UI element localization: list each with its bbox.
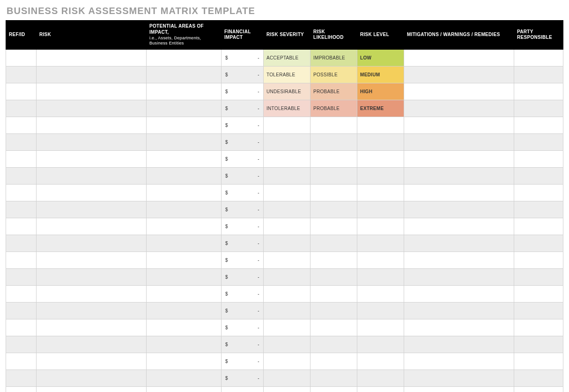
cell-severity[interactable] [264,201,310,218]
cell-impact-areas[interactable] [147,66,222,83]
cell-party-responsible[interactable] [514,370,563,386]
cell-mitigations[interactable] [404,49,514,66]
cell-financial-impact[interactable]: $- [222,386,264,392]
cell-mitigations[interactable] [404,353,514,370]
cell-ref[interactable] [6,184,37,201]
cell-level[interactable] [357,370,404,386]
cell-impact-areas[interactable] [147,285,222,302]
cell-financial-impact[interactable]: $- [222,302,264,319]
cell-mitigations[interactable] [404,235,514,251]
cell-risk[interactable] [37,133,147,150]
cell-likelihood[interactable] [310,201,357,218]
cell-risk[interactable] [37,302,147,319]
cell-risk[interactable] [37,336,147,353]
cell-risk[interactable] [37,319,147,336]
cell-impact-areas[interactable] [147,251,222,268]
cell-impact-areas[interactable] [147,336,222,353]
cell-ref[interactable] [6,235,37,251]
cell-likelihood[interactable]: PROBABLE [310,83,357,100]
cell-likelihood[interactable] [310,218,357,235]
cell-impact-areas[interactable] [147,150,222,167]
cell-impact-areas[interactable] [147,302,222,319]
cell-ref[interactable] [6,218,37,235]
cell-risk[interactable] [37,83,147,100]
cell-level[interactable]: HIGH [357,83,404,100]
cell-party-responsible[interactable] [514,100,563,117]
cell-ref[interactable] [6,370,37,386]
cell-party-responsible[interactable] [514,83,563,100]
cell-mitigations[interactable] [404,167,514,184]
cell-level[interactable] [357,319,404,336]
cell-likelihood[interactable]: IMPROBABLE [310,49,357,66]
cell-severity[interactable] [264,184,310,201]
cell-impact-areas[interactable] [147,83,222,100]
cell-level[interactable] [357,268,404,285]
cell-mitigations[interactable] [404,319,514,336]
cell-ref[interactable] [6,268,37,285]
cell-party-responsible[interactable] [514,302,563,319]
cell-impact-areas[interactable] [147,319,222,336]
cell-party-responsible[interactable] [514,218,563,235]
cell-impact-areas[interactable] [147,117,222,133]
cell-impact-areas[interactable] [147,167,222,184]
cell-ref[interactable] [6,251,37,268]
cell-risk[interactable] [37,268,147,285]
cell-party-responsible[interactable] [514,184,563,201]
cell-financial-impact[interactable]: $- [222,133,264,150]
cell-level[interactable] [357,117,404,133]
cell-party-responsible[interactable] [514,201,563,218]
cell-mitigations[interactable] [404,83,514,100]
cell-mitigations[interactable] [404,100,514,117]
cell-severity[interactable] [264,336,310,353]
cell-party-responsible[interactable] [514,353,563,370]
cell-mitigations[interactable] [404,336,514,353]
cell-severity[interactable] [264,386,310,392]
cell-impact-areas[interactable] [147,201,222,218]
cell-severity[interactable] [264,235,310,251]
cell-likelihood[interactable] [310,150,357,167]
cell-party-responsible[interactable] [514,235,563,251]
cell-severity[interactable] [264,285,310,302]
cell-risk[interactable] [37,150,147,167]
cell-risk[interactable] [37,251,147,268]
cell-severity[interactable] [264,319,310,336]
cell-risk[interactable] [37,100,147,117]
cell-mitigations[interactable] [404,133,514,150]
cell-financial-impact[interactable]: $- [222,184,264,201]
cell-ref[interactable] [6,386,37,392]
cell-level[interactable] [357,218,404,235]
cell-likelihood[interactable] [310,251,357,268]
cell-level[interactable]: EXTREME [357,100,404,117]
cell-mitigations[interactable] [404,201,514,218]
cell-mitigations[interactable] [404,285,514,302]
cell-risk[interactable] [37,235,147,251]
cell-mitigations[interactable] [404,66,514,83]
cell-impact-areas[interactable] [147,268,222,285]
cell-severity[interactable]: ACCEPTABLE [264,49,310,66]
cell-mitigations[interactable] [404,251,514,268]
cell-risk[interactable] [37,353,147,370]
cell-party-responsible[interactable] [514,167,563,184]
cell-ref[interactable] [6,167,37,184]
cell-financial-impact[interactable]: $- [222,336,264,353]
cell-level[interactable] [357,251,404,268]
cell-ref[interactable] [6,201,37,218]
cell-level[interactable] [357,302,404,319]
cell-impact-areas[interactable] [147,184,222,201]
cell-financial-impact[interactable]: $- [222,218,264,235]
cell-risk[interactable] [37,167,147,184]
cell-risk[interactable] [37,49,147,66]
cell-severity[interactable] [264,251,310,268]
cell-party-responsible[interactable] [514,268,563,285]
cell-mitigations[interactable] [404,218,514,235]
cell-risk[interactable] [37,386,147,392]
cell-ref[interactable] [6,83,37,100]
cell-mitigations[interactable] [404,370,514,386]
cell-mitigations[interactable] [404,386,514,392]
cell-ref[interactable] [6,133,37,150]
cell-severity[interactable] [264,218,310,235]
cell-financial-impact[interactable]: $- [222,235,264,251]
cell-risk[interactable] [37,370,147,386]
cell-level[interactable] [357,184,404,201]
cell-financial-impact[interactable]: $- [222,100,264,117]
